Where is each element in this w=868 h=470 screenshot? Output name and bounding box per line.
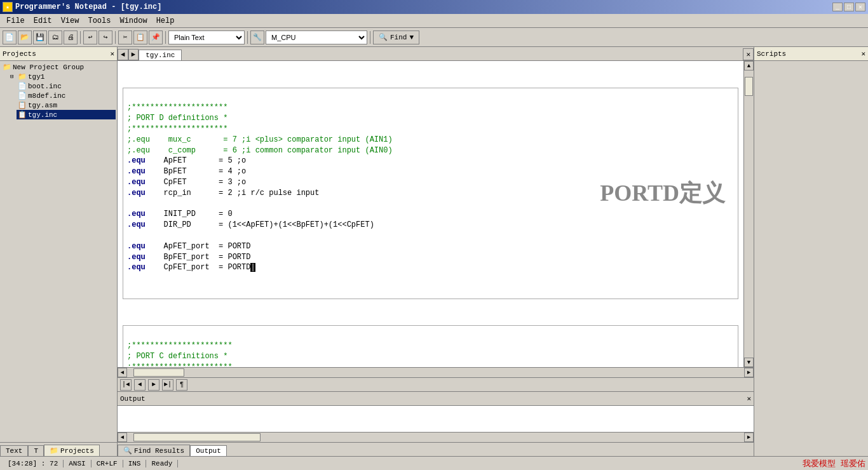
code-content[interactable]: ;********************* ; PORT D definiti…: [118, 61, 743, 367]
file-icon: 📄: [18, 91, 27, 100]
output-content[interactable]: [118, 406, 754, 432]
menu-window[interactable]: Window: [116, 15, 151, 27]
find-label: Find: [390, 34, 407, 41]
file-icon: 📋: [18, 111, 27, 119]
line-ending-label: CR+LF: [97, 460, 118, 467]
hscroll-track[interactable]: [127, 368, 744, 377]
projects-tree: 📁 New Project Group ⊟ 📁 tgy1 📄 boot.inc …: [0, 61, 117, 442]
sidebar-tab-projects[interactable]: 📁 Projects: [44, 445, 100, 456]
find-results-label: Find Results: [134, 447, 184, 455]
horizontal-scrollbar[interactable]: ◄ ►: [118, 367, 754, 377]
menu-tools[interactable]: Tools: [84, 15, 114, 27]
open-button[interactable]: 📂: [18, 30, 32, 44]
output-hscroll-track[interactable]: [127, 433, 744, 442]
insert-mode-label: INS: [128, 460, 141, 467]
encoding-status: ANSI: [64, 460, 91, 467]
output-hscroll-right[interactable]: ►: [744, 433, 754, 442]
find-button[interactable]: 🔍 Find ▼: [373, 30, 419, 44]
save-button[interactable]: 💾: [33, 30, 47, 44]
redo-button[interactable]: ↪: [98, 30, 112, 44]
text-tab-label: Text: [6, 447, 22, 455]
encoding-label: ANSI: [69, 460, 85, 467]
menu-bar: File Edit View Tools Window Help: [0, 14, 868, 28]
tab-close-button[interactable]: ✕: [743, 48, 754, 60]
vertical-scrollbar[interactable]: ▲ ▼: [743, 61, 754, 367]
scroll-track[interactable]: [744, 70, 754, 358]
scroll-up-button[interactable]: ▲: [744, 61, 754, 70]
language-select[interactable]: Plain Text: [168, 30, 245, 44]
output-close-button[interactable]: ✕: [747, 394, 751, 403]
tree-boot-inc[interactable]: 📄 boot.inc: [17, 81, 116, 91]
code-section-portd: ;********************* ; PORT D definiti…: [123, 88, 738, 299]
cut-button[interactable]: ✂: [118, 30, 132, 44]
cpu-select[interactable]: M_CPU: [266, 30, 367, 44]
find-dropdown-icon: ▼: [409, 34, 414, 41]
paste-button[interactable]: 📌: [149, 30, 163, 44]
scripts-panel: Scripts ✕: [754, 47, 868, 456]
print-button[interactable]: 🖨: [64, 30, 78, 44]
output-panel: Output ✕ ◄ ►: [118, 391, 754, 442]
hscroll-left-button[interactable]: ◄: [118, 368, 127, 377]
save-all-button[interactable]: 🗂: [48, 30, 62, 44]
copy-button[interactable]: 📋: [133, 30, 147, 44]
boot-inc-label: boot.inc: [28, 83, 62, 90]
new-project-group-label: New Project Group: [13, 64, 84, 71]
editor-and-output: ;********************* ; PORT D definiti…: [118, 61, 754, 456]
tree-m8def-inc[interactable]: 📄 m8def.inc: [17, 91, 116, 100]
tab-nav-left[interactable]: ◄: [118, 49, 128, 60]
scripts-close-button[interactable]: ✕: [861, 50, 865, 58]
menu-file[interactable]: File: [3, 15, 29, 27]
tree-tgy-inc[interactable]: 📋 tgy.inc: [17, 110, 116, 119]
sep3: [165, 31, 166, 44]
output-tab-label: Output: [196, 447, 221, 455]
new-button[interactable]: 📄: [3, 30, 17, 44]
find-icon: 🔍: [379, 33, 388, 41]
tab-nav-right[interactable]: ►: [128, 49, 139, 60]
output-header: Output ✕: [118, 392, 754, 406]
hscroll-thumb[interactable]: [133, 368, 184, 377]
bottom-watermark: 我爱模型 瑶爱佑: [803, 458, 865, 469]
goto-start-button[interactable]: |◄: [120, 379, 132, 391]
center-column: ◄ ► tgy.inc ✕ ;********************* ; P…: [118, 47, 754, 456]
code-section-portc: ;********************** ; PORT C definit…: [123, 325, 738, 367]
sidebar-tab-t[interactable]: T: [28, 445, 44, 456]
bottom-tab-find-results[interactable]: 🔍 Find Results: [118, 445, 190, 456]
next-button[interactable]: ►: [148, 379, 159, 391]
maximize-button[interactable]: □: [844, 3, 854, 11]
hscroll-right-button[interactable]: ►: [744, 368, 754, 377]
position-sep: :: [41, 460, 50, 467]
sidebar-tab-text[interactable]: Text: [0, 445, 28, 456]
sidebar-close-button[interactable]: ✕: [110, 50, 114, 58]
prev-button[interactable]: ◄: [134, 379, 146, 391]
menu-view[interactable]: View: [57, 15, 83, 27]
sep5: [370, 31, 370, 44]
output-scrollbar[interactable]: ◄ ►: [118, 432, 754, 442]
scripts-title: Scripts: [757, 50, 786, 58]
sep2: [115, 31, 116, 44]
insert-mode-status: INS: [123, 460, 147, 467]
bottom-tab-output[interactable]: Output: [190, 445, 227, 456]
sidebar-title: Projects: [3, 50, 36, 58]
undo-button[interactable]: ↩: [83, 30, 97, 44]
ready-label: Ready: [151, 460, 172, 467]
output-hscroll-thumb[interactable]: [133, 433, 261, 441]
title-bar-left: ★ Programmer's Notepad - [tgy.inc]: [3, 2, 161, 12]
paragraph-button[interactable]: ¶: [176, 379, 187, 391]
tgy-inc-label: tgy.inc: [28, 111, 57, 119]
tree-tgy-asm[interactable]: 📋 tgy.asm: [17, 100, 116, 110]
close-button[interactable]: ✕: [855, 3, 865, 11]
minimize-button[interactable]: _: [832, 3, 843, 11]
expand-icon: ⊟: [10, 73, 17, 80]
toolbar: 📄 📂 💾 🗂 🖨 ↩ ↪ ✂ 📋 📌 Plain Text 🔧 M_CPU 🔍…: [0, 28, 868, 47]
output-hscroll-left[interactable]: ◄: [118, 433, 127, 442]
code-editor[interactable]: ;********************* ; PORT D definiti…: [118, 61, 754, 367]
goto-end-button[interactable]: ►|: [162, 379, 173, 391]
scroll-thumb[interactable]: [745, 77, 753, 96]
app-container: ★ Programmer's Notepad - [tgy.inc] _ □ ✕…: [0, 0, 868, 470]
tree-tgy1[interactable]: ⊟ 📁 tgy1: [9, 72, 116, 81]
scroll-down-button[interactable]: ▼: [744, 358, 754, 367]
menu-help[interactable]: Help: [153, 15, 179, 27]
editor-tab-tgy-inc[interactable]: tgy.inc: [139, 50, 182, 60]
menu-edit[interactable]: Edit: [30, 15, 56, 27]
tree-new-project-group[interactable]: 📁 New Project Group: [1, 62, 116, 72]
